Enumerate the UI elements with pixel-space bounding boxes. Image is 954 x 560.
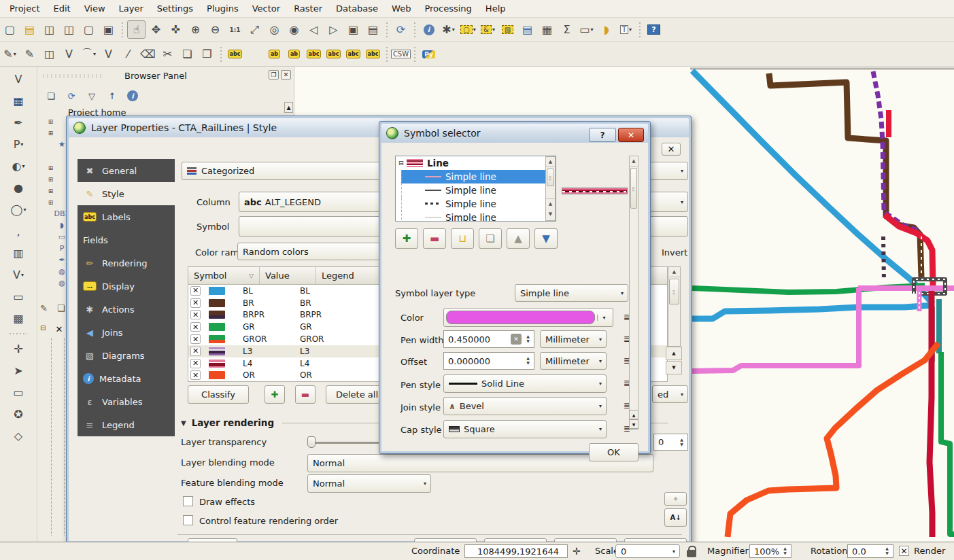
- change-label-button[interactable]: abc: [364, 45, 382, 63]
- remove-icon[interactable]: ✕: [55, 324, 63, 334]
- menu-help[interactable]: Help: [479, 1, 513, 16]
- deselect-all-button[interactable]: ▨: [498, 20, 517, 39]
- symbol-layers-tree[interactable]: ⊟ Line Simple line Simple line Simple li…: [395, 156, 556, 222]
- tree-item-folder[interactable]: ⊞: [47, 185, 67, 196]
- ss-move-up-button[interactable]: ▲: [507, 228, 530, 249]
- touch-zoom-pan-button[interactable]: ☝: [127, 20, 146, 39]
- statistics-button[interactable]: ▦: [538, 20, 556, 39]
- draw-effects-checkbox[interactable]: [183, 496, 193, 506]
- pen-width-input[interactable]: 0.450000 ✕ ▲▼: [443, 330, 534, 348]
- copy-features-button[interactable]: ❏: [178, 45, 197, 63]
- zoom-out-button[interactable]: ⊖: [206, 20, 224, 39]
- category-checkbox[interactable]: ✕: [190, 286, 201, 296]
- lp-tab-variables[interactable]: ε Variables: [78, 390, 175, 413]
- rotate-label-button[interactable]: abc: [344, 45, 362, 63]
- table-spin-up[interactable]: ▲: [666, 347, 682, 360]
- zoom-to-selection-button[interactable]: ◎: [265, 20, 284, 39]
- dialog-help-button[interactable]: ?: [589, 128, 616, 142]
- lp-tab-actions[interactable]: ✱ Actions: [78, 298, 175, 321]
- tree-item-folder[interactable]: [47, 150, 67, 162]
- new-project-button[interactable]: ▢: [1, 20, 19, 39]
- menu-database[interactable]: Database: [329, 1, 385, 16]
- browser-scrollbar[interactable]: ▲: [284, 102, 293, 113]
- zoom-in-button[interactable]: ⊕: [186, 20, 205, 39]
- run-feature-action-button[interactable]: ✱▾: [439, 20, 458, 39]
- scroll-up[interactable]: ▲: [629, 410, 638, 419]
- delete-selected-button[interactable]: ⌫: [139, 45, 157, 63]
- add-circular-string-button[interactable]: ⌒▾: [80, 45, 98, 63]
- add-wcs-layer-button[interactable]: ▭: [10, 287, 28, 306]
- tree-item-folder[interactable]: ⊞: [47, 127, 67, 139]
- category-checkbox[interactable]: ✕: [190, 359, 201, 368]
- scale-lock-icon[interactable]: [687, 550, 696, 557]
- highlight-pinned-labels-button[interactable]: abc: [305, 45, 323, 63]
- select-features-button[interactable]: ▢▾: [459, 20, 477, 39]
- help-button[interactable]: ?: [645, 20, 663, 39]
- dialog-close-button[interactable]: ✕: [618, 128, 644, 142]
- menu-raster[interactable]: Raster: [287, 1, 329, 16]
- measure-button[interactable]: ▭▾: [577, 20, 596, 39]
- add-spatialite-layer-button[interactable]: ✒: [10, 113, 28, 132]
- table-spin-down[interactable]: ▼: [666, 361, 682, 374]
- browser-filter-button[interactable]: ▽: [84, 88, 99, 103]
- new-bookmark-button[interactable]: ▣: [344, 20, 362, 39]
- scale-combo[interactable]: 0▾: [615, 544, 680, 558]
- layer-labeling-options-button[interactable]: ab: [265, 45, 284, 63]
- panel-close-button[interactable]: ✕: [281, 70, 291, 80]
- toolbar-button[interactable]: [384, 20, 390, 39]
- ss-tree-simple-line-1[interactable]: Simple line: [401, 170, 556, 183]
- tree-item-spatialite[interactable]: ✒: [47, 254, 67, 266]
- refresh-button[interactable]: ⟳: [392, 20, 410, 39]
- dialog-scrollbar[interactable]: ▲⣿ ▲▼: [629, 156, 638, 430]
- zoom-last-button[interactable]: ◁: [305, 20, 323, 39]
- pen-style-combo[interactable]: Solid Line▾: [443, 374, 607, 393]
- tree-item-db2[interactable]: DB2: [47, 208, 67, 220]
- add-arcgis-layer-button[interactable]: ▩: [10, 309, 28, 328]
- map-tips-button[interactable]: ◗: [597, 20, 615, 39]
- toolbar-button[interactable]: [119, 20, 126, 39]
- save-project-button[interactable]: ◫: [40, 20, 58, 39]
- style-brush-icon[interactable]: ✎: [40, 303, 48, 313]
- add-mssql-layer-button[interactable]: ◐▾: [10, 157, 28, 175]
- tree-item-mssql[interactable]: ◗: [47, 220, 67, 231]
- tree-item-postgis[interactable]: P: [47, 243, 67, 254]
- render-checkbox[interactable]: ✕: [899, 546, 909, 556]
- lp-tab-legend[interactable]: ≡ Legend: [78, 413, 175, 436]
- python-console-button[interactable]: Py: [420, 45, 438, 63]
- feature-blending-combo[interactable]: Normal▾: [307, 474, 431, 493]
- open-attribute-table-button[interactable]: ▤: [518, 20, 536, 39]
- menu-layer[interactable]: Layer: [112, 1, 150, 16]
- tree-scrollbar[interactable]: ▲⣿ ▲ ▼: [545, 156, 556, 221]
- digitize-with-segment-button[interactable]: V: [60, 45, 78, 63]
- text-annotation-button[interactable]: T▾: [617, 20, 635, 39]
- table-scrollbar[interactable]: ▲⣿: [668, 266, 681, 347]
- csw-button[interactable]: CSW: [392, 45, 410, 63]
- browser-properties-button[interactable]: i: [125, 88, 140, 103]
- ss-tree-simple-line-2[interactable]: Simple line: [401, 183, 556, 197]
- tree-item-wms[interactable]: ◍: [47, 266, 67, 277]
- save-layer-edits-button[interactable]: ◫: [40, 45, 58, 63]
- lp-tab-rendering[interactable]: ✏ Rendering: [78, 251, 175, 275]
- toolbar-button[interactable]: [384, 45, 390, 63]
- zoom-to-layer-button[interactable]: ◉: [285, 20, 303, 39]
- browser-collapse-all-button[interactable]: ↑: [105, 88, 120, 103]
- offset-input[interactable]: 0.000000▲▼: [443, 352, 534, 370]
- advanced-combo[interactable]: ed▾: [652, 385, 688, 403]
- classify-button[interactable]: Classify: [188, 385, 249, 404]
- toolbar-button[interactable]: [6, 331, 31, 336]
- lp-tab-fields[interactable]: Fields: [78, 228, 175, 251]
- pen-width-unit-combo[interactable]: Millimeter▾: [540, 330, 607, 348]
- tree-item-wcs[interactable]: ◍: [47, 277, 67, 289]
- lp-tab-style[interactable]: ✎ Style: [78, 182, 175, 205]
- pan-to-selection-button[interactable]: ✜: [167, 20, 185, 39]
- tree-item-oracle[interactable]: ▭: [47, 231, 67, 243]
- lp-tab-joins[interactable]: ◀ Joins: [78, 321, 175, 344]
- coordinate-input[interactable]: 1084499,1921644: [464, 544, 568, 558]
- open-project-button[interactable]: ▤: [20, 20, 39, 39]
- menu-view[interactable]: View: [78, 1, 112, 16]
- add-oracle-layer-button[interactable]: ●: [10, 179, 28, 197]
- clear-icon[interactable]: ✕: [511, 334, 522, 345]
- add-wms-layer-button[interactable]: ◯▾: [10, 200, 28, 219]
- select-by-expression-button[interactable]: &▾: [479, 20, 497, 39]
- magnifier-input[interactable]: 100%▲▼: [749, 544, 791, 558]
